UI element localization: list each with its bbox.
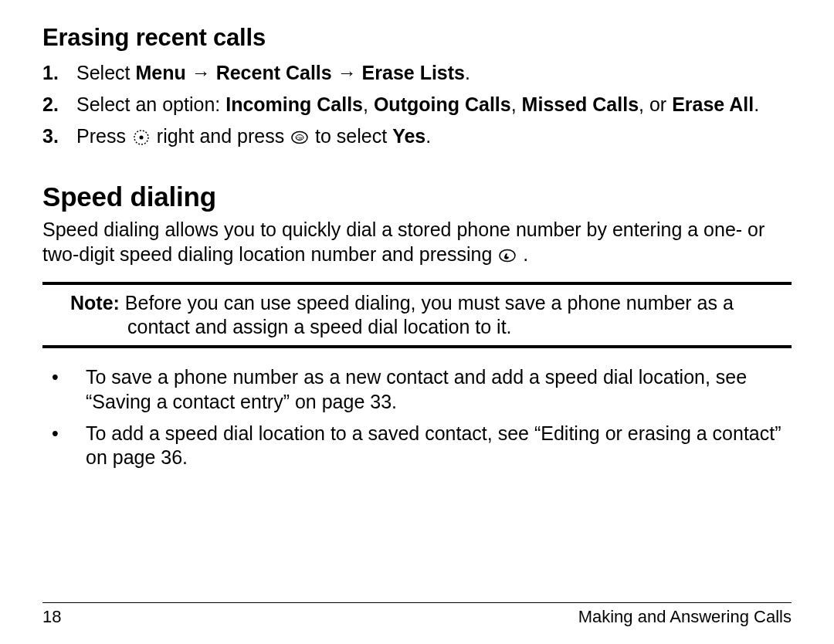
- svg-text:OK: OK: [297, 136, 303, 141]
- ok-key-icon: OK: [291, 127, 308, 151]
- bullet-list: To save a phone number as a new contact …: [42, 365, 792, 469]
- note-label: Note:: [70, 292, 125, 314]
- bullet-item: To add a speed dial location to a saved …: [42, 422, 792, 470]
- steps-list: 1. Select Menu → Recent Calls → Erase Li…: [42, 61, 792, 152]
- menu-path-recent-calls: Recent Calls: [216, 62, 332, 83]
- speed-dialing-intro: Speed dialing allows you to quickly dial…: [42, 218, 792, 269]
- heading-erasing-recent-calls: Erasing recent calls: [42, 23, 792, 53]
- step-number: 3.: [42, 124, 59, 148]
- step-text: Press right and press OK to select Yes.: [76, 125, 431, 147]
- nav-key-icon: [133, 127, 150, 151]
- note-body: Note: Before you can use speed dialing, …: [42, 291, 792, 340]
- option-outgoing: Outgoing Calls: [374, 93, 511, 115]
- svg-point-5: [500, 249, 515, 261]
- yes-label: Yes: [392, 125, 425, 147]
- note-block: Note: Before you can use speed dialing, …: [42, 282, 792, 349]
- option-missed: Missed Calls: [522, 93, 639, 115]
- bullet-item: To save a phone number as a new contact …: [42, 365, 792, 414]
- step-text: Select an option: Incoming Calls, Outgoi…: [76, 93, 759, 115]
- step-1: 1. Select Menu → Recent Calls → Erase Li…: [42, 61, 792, 85]
- menu-path-menu: Menu: [135, 62, 185, 83]
- step-text: Select Menu → Recent Calls → Erase Lists…: [76, 62, 470, 83]
- heading-speed-dialing: Speed dialing: [42, 180, 792, 214]
- menu-path-erase-lists: Erase Lists: [362, 62, 465, 83]
- step-number: 1.: [42, 61, 59, 85]
- option-incoming: Incoming Calls: [225, 93, 363, 115]
- step-2: 2. Select an option: Incoming Calls, Out…: [42, 93, 792, 117]
- manual-page: Erasing recent calls 1. Select Menu → Re…: [0, 0, 834, 644]
- step-number: 2.: [42, 93, 59, 117]
- call-key-icon: [499, 246, 516, 269]
- svg-point-1: [139, 136, 143, 140]
- page-number: 18: [42, 606, 61, 628]
- page-footer: 18 Making and Answering Calls: [42, 602, 792, 628]
- section-title: Making and Answering Calls: [578, 606, 792, 628]
- option-erase-all: Erase All: [672, 93, 754, 115]
- step-3: 3. Press right and press OK to select Ye…: [42, 124, 792, 151]
- note-text: Before you can use speed dialing, you mu…: [125, 292, 734, 337]
